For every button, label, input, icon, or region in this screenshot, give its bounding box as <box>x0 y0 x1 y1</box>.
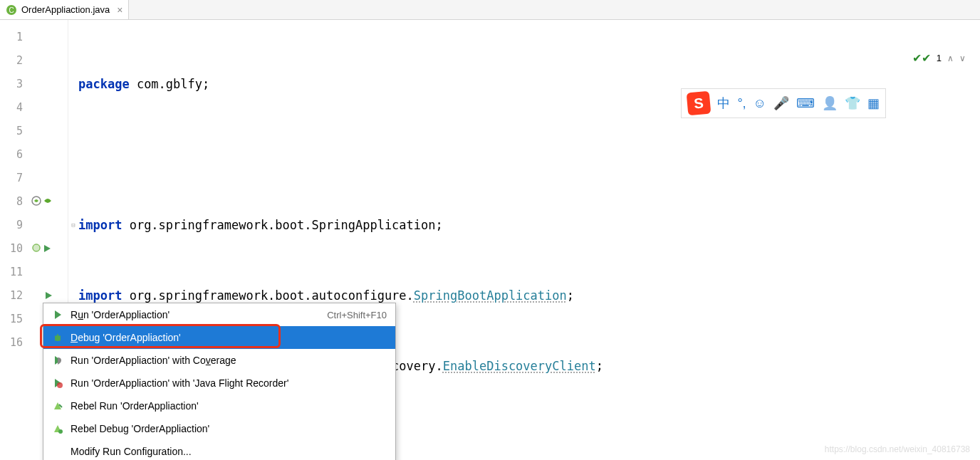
jrebel-debug-icon <box>52 423 63 434</box>
menu-item-run-jfr[interactable]: Run 'OrderAppliaction' with 'Java Flight… <box>43 372 395 394</box>
line-number[interactable]: 16 <box>0 331 23 355</box>
code-text: ; <box>567 284 574 308</box>
menu-item-rebel-debug[interactable]: Rebel Debug 'OrderAppliaction' <box>43 417 395 440</box>
ime-punct-icon[interactable]: °, <box>737 96 746 111</box>
line-number[interactable]: 5 <box>0 120 23 143</box>
menu-item-run[interactable]: Run 'OrderAppliaction' Ctrl+Shift+F10 <box>43 303 395 326</box>
coverage-icon <box>52 355 63 366</box>
menu-shortcut: Ctrl+Shift+F10 <box>327 310 387 320</box>
menu-item-rebel-run[interactable]: Rebel Run 'OrderAppliaction' <box>43 394 395 417</box>
ime-mic-icon[interactable]: 🎤 <box>773 95 789 111</box>
line-number[interactable]: 9 <box>0 214 23 237</box>
tab-bar: C OrderAppliaction.java × <box>0 0 980 20</box>
line-number[interactable]: 7 <box>0 167 23 190</box>
menu-item-modify-config[interactable]: Modify Run Configuration... <box>43 440 395 460</box>
jfr-icon <box>52 377 63 389</box>
line-number[interactable]: 12 <box>0 284 23 308</box>
menu-label: Run 'OrderAppliaction' <box>71 309 320 320</box>
ime-skin-icon[interactable]: 👕 <box>845 95 860 111</box>
file-tab[interactable]: C OrderAppliaction.java × <box>0 0 129 19</box>
menu-label: Run 'OrderAppliaction' with Coverage <box>71 355 387 366</box>
jrebel-run-icon <box>52 400 63 412</box>
svg-text:C: C <box>9 6 14 14</box>
code-text: com.gblfy; <box>130 73 210 96</box>
code-text: org.springframework.boot.SpringApplicati… <box>122 214 442 237</box>
tab-title: OrderAppliaction.java <box>21 4 110 15</box>
line-number[interactable]: 15 <box>0 308 23 331</box>
ime-toolbar[interactable]: S 中 °, ☺ 🎤 ⌨ 👤 👕 ▦ <box>681 88 886 118</box>
menu-label: Modify Run Configuration... <box>71 446 387 457</box>
inspection-widget[interactable]: ✔✔ 1 ∧ ∨ <box>912 51 966 65</box>
menu-item-run-coverage[interactable]: Run 'OrderAppliaction' with Coverage <box>43 349 395 372</box>
code-keyword: import <box>78 214 122 237</box>
line-number[interactable]: 11 <box>0 261 23 284</box>
run-icon <box>52 309 63 320</box>
menu-item-debug[interactable]: Debug 'OrderAppliaction' <box>43 326 395 349</box>
sogou-logo-icon[interactable]: S <box>687 91 711 116</box>
line-number[interactable]: 6 <box>0 143 23 167</box>
line-number[interactable]: 4 <box>0 96 23 120</box>
code-keyword: package <box>78 73 130 96</box>
watermark: https://blog.csdn.net/weixin_40816738 <box>825 444 970 454</box>
spring-bean-icon[interactable] <box>43 190 53 214</box>
code-class-ref: EnableDiscoveryClient <box>443 355 596 378</box>
debug-icon <box>52 332 63 343</box>
spring-bean-icon[interactable] <box>31 190 41 214</box>
run-gutter-icon[interactable] <box>43 237 51 261</box>
code-text: ; <box>596 355 603 378</box>
ime-keyboard-icon[interactable]: ⌨ <box>796 95 815 111</box>
inspection-check-icon: ✔✔ <box>912 51 931 65</box>
code-class-ref: SpringBootApplication <box>414 284 567 308</box>
menu-label: Rebel Debug 'OrderAppliaction' <box>71 423 387 434</box>
run-context-menu: Run 'OrderAppliaction' Ctrl+Shift+F10 De… <box>43 303 396 460</box>
java-class-icon: C <box>6 4 17 16</box>
inspection-count: 1 <box>937 53 942 63</box>
chevron-up-icon[interactable]: ∧ <box>947 53 954 63</box>
line-number[interactable]: 3 <box>0 73 23 96</box>
menu-label: Debug 'OrderAppliaction' <box>71 332 387 343</box>
run-class-icon[interactable] <box>31 237 41 261</box>
line-number[interactable]: 8 <box>0 190 23 214</box>
line-number[interactable]: 2 <box>0 49 23 73</box>
line-number-gutter: 1 2 3 4 5 6 7 8 9 10 11 12 15 16 <box>0 20 28 460</box>
svg-point-7 <box>58 429 63 434</box>
close-tab-icon[interactable]: × <box>117 4 123 16</box>
menu-label: Rebel Run 'OrderAppliaction' <box>71 400 387 412</box>
ime-toolbox-icon[interactable]: ▦ <box>867 95 880 111</box>
ime-emoji-icon[interactable]: ☺ <box>754 96 766 111</box>
blank-icon <box>52 446 63 457</box>
svg-point-3 <box>32 244 41 252</box>
ime-user-icon[interactable]: 👤 <box>822 95 838 111</box>
fold-icon[interactable]: ⊟ <box>70 222 77 229</box>
chevron-down-icon[interactable]: ∨ <box>959 53 966 63</box>
ime-lang-icon[interactable]: 中 <box>717 95 730 112</box>
menu-label: Run 'OrderAppliaction' with 'Java Flight… <box>71 377 387 389</box>
svg-point-6 <box>57 382 63 388</box>
line-number[interactable]: 10 <box>0 237 23 261</box>
line-number[interactable]: 1 <box>0 26 23 49</box>
